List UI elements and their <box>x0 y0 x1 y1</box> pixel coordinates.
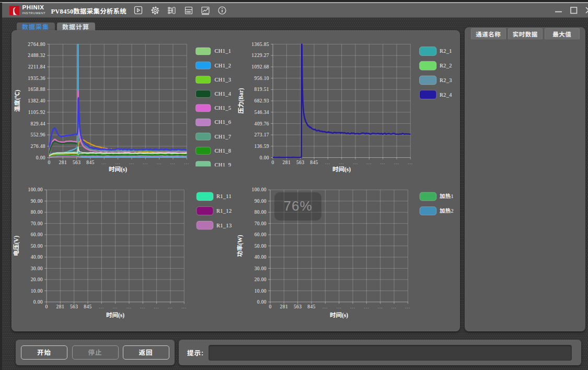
y-tick-label: 2211.84 <box>28 64 45 70</box>
y-tick-label: 20.00 <box>31 277 43 282</box>
x-tick-label: 281 <box>280 304 288 309</box>
y-tick-label: 90.00 <box>255 199 267 204</box>
channel-name-button[interactable]: 通道名称 <box>471 28 506 40</box>
y-tick-label: 0.00 <box>36 155 45 160</box>
legend-swatch[interactable] <box>197 192 213 201</box>
x-tick-label: ... <box>126 304 132 309</box>
legend-label: 加热2 <box>440 208 454 214</box>
x-tick-label: ... <box>394 159 399 165</box>
legend-swatch[interactable] <box>420 192 436 201</box>
legend-swatch[interactable] <box>195 62 210 69</box>
legend-swatch[interactable] <box>419 90 436 99</box>
x-tick-label: 281 <box>283 159 291 165</box>
legend-label: R1_11 <box>216 193 232 199</box>
x-tick-label: 0 <box>45 304 48 309</box>
x-tick-label: 0 <box>269 304 271 309</box>
legend-label: R2_3 <box>440 77 452 83</box>
legend-swatch[interactable] <box>195 104 210 111</box>
y-tick-label: 819.51 <box>255 87 269 92</box>
x-tick-label: ... <box>353 159 358 165</box>
legend-label: R2_4 <box>440 91 452 97</box>
y-tick-label: 40.00 <box>255 255 267 260</box>
y-tick-label: 1935.36 <box>28 75 45 80</box>
legend-label: R2_1 <box>440 48 452 54</box>
x-tick-label: 563 <box>294 304 302 309</box>
y-tick-label: 829.44 <box>31 121 45 126</box>
legend-swatch[interactable] <box>420 206 436 215</box>
legend-swatch[interactable] <box>195 90 210 97</box>
chart-power: 100.0090.0080.0070.0060.0050.0040.0030.0… <box>236 181 460 331</box>
y-tick-label: 956.10 <box>255 75 269 80</box>
y-tick-label: 10.00 <box>255 288 267 293</box>
x-tick-label: ... <box>113 304 118 309</box>
y-tick-label: 1092.68 <box>251 64 269 70</box>
legend-swatch[interactable] <box>419 75 436 84</box>
y-tick-label: 136.59 <box>255 143 269 148</box>
legend-swatch[interactable] <box>419 47 436 55</box>
y-tick-label: 1658.88 <box>28 87 45 92</box>
legend-swatch[interactable] <box>419 61 436 70</box>
y-tick-label: 100.00 <box>252 187 267 192</box>
legend-swatch[interactable] <box>197 221 213 229</box>
x-tick-label: 845 <box>307 304 315 309</box>
legend-label: 加热1 <box>440 193 454 199</box>
legend-label: CH1_6 <box>214 119 231 125</box>
x-tick-label: ... <box>366 159 372 165</box>
y-tick-label: 100.00 <box>28 187 43 192</box>
x-axis-title: 时间(s) <box>106 310 124 319</box>
x-tick-label: ... <box>168 304 173 309</box>
y-tick-label: 50.00 <box>255 243 267 248</box>
data-table-panel: 通道名称 实时数据 最大值 <box>465 27 585 331</box>
progress-percent: 76% <box>283 198 312 214</box>
legend-label: R1_13 <box>216 222 232 228</box>
legend-swatch[interactable] <box>195 47 210 54</box>
x-tick-label: ... <box>325 159 330 165</box>
back-button[interactable]: 返回 <box>123 345 169 360</box>
max-value-button[interactable]: 最大值 <box>545 28 580 40</box>
start-button[interactable]: 开始 <box>21 345 67 360</box>
legend-label: CH1_2 <box>214 62 231 68</box>
x-axis-title: 时间(s) <box>332 165 351 173</box>
x-tick-label: 281 <box>59 159 67 165</box>
legend-swatch[interactable] <box>195 76 210 83</box>
legend-swatch[interactable] <box>195 161 210 168</box>
x-tick-label: 845 <box>310 159 318 165</box>
x-axis-title: 时间(s) <box>330 310 348 319</box>
x-tick-label: ... <box>99 304 104 309</box>
x-tick-label: ... <box>337 304 342 309</box>
x-tick-label: 0 <box>271 159 274 165</box>
x-tick-label: ... <box>408 159 413 165</box>
x-tick-label: ... <box>381 159 386 165</box>
x-tick-label: ... <box>181 304 187 309</box>
plot-grid <box>271 44 410 159</box>
legend-swatch[interactable] <box>195 133 210 140</box>
legend-label: CH1_3 <box>214 76 231 82</box>
x-tick-label: ... <box>405 304 410 309</box>
legend-label: R1_12 <box>216 208 232 214</box>
x-tick-label: ... <box>184 159 189 165</box>
x-tick-label: ... <box>157 159 162 165</box>
x-tick-label: ... <box>143 159 148 165</box>
y-tick-label: 546.34 <box>255 109 269 114</box>
control-buttons-panel: 开始 停止 返回 <box>16 340 175 365</box>
y-tick-label: 70.00 <box>31 221 43 226</box>
legend-swatch[interactable] <box>195 118 210 125</box>
realtime-data-button[interactable]: 实时数据 <box>508 28 543 40</box>
x-tick-label: ... <box>101 159 107 165</box>
x-tick-label: ... <box>129 159 134 165</box>
plot-grid <box>47 44 187 159</box>
legend-swatch[interactable] <box>197 206 213 215</box>
plot-grid <box>44 190 184 304</box>
stop-button[interactable]: 停止 <box>72 345 119 360</box>
y-tick-label: 0.00 <box>33 299 43 305</box>
legend-label: CH1_9 <box>214 162 231 168</box>
x-tick-label: ... <box>170 159 176 165</box>
x-tick-label: 563 <box>296 159 304 165</box>
legend-swatch[interactable] <box>195 147 210 154</box>
y-axis-title: 温度(℃) <box>13 89 21 111</box>
x-axis-title: 时间(s) <box>109 165 127 173</box>
x-tick-label: ... <box>140 304 145 309</box>
hint-input[interactable] <box>209 345 572 361</box>
legend-label: CH1_8 <box>214 147 231 153</box>
y-tick-label: 40.00 <box>31 255 43 260</box>
